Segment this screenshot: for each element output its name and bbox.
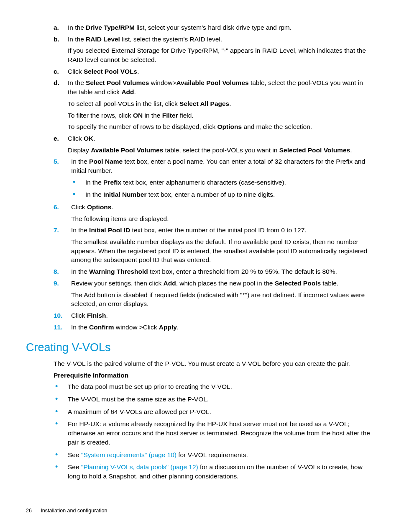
bullet: See "Planning V-VOLs, data pools" (page … <box>54 463 373 481</box>
alpha-list-container: a. In the Drive Type/RPM list, select yo… <box>26 23 373 154</box>
step-6: 6. Click Options. The following items ar… <box>54 203 373 223</box>
text: In the Initial Pool ID text box, enter t… <box>71 226 307 234</box>
numbered-list: 5. In the Pool Name text box, enter a po… <box>26 157 373 332</box>
step-5: 5. In the Pool Name text box, enter a po… <box>54 157 373 199</box>
step-e: e. Click OK. Display Available Pool Volu… <box>54 134 373 154</box>
section-heading-creating-vvols: Creating V-VOLs <box>26 340 373 356</box>
text: In the Select Pool Volumes window>Availa… <box>68 79 363 95</box>
text: Click OK. <box>68 135 95 142</box>
section-intro: The V-VOL is the paired volume of the P-… <box>54 359 373 368</box>
prereq-heading: Prerequisite Information <box>54 371 373 380</box>
text: Review your settings, then click Add, wh… <box>71 280 338 287</box>
marker: 8. <box>54 267 59 276</box>
step-c: c. Click Select Pool VOLs. <box>54 67 373 76</box>
marker: 6. <box>54 203 59 212</box>
step-a: a. In the Drive Type/RPM list, select yo… <box>54 23 373 32</box>
marker: a. <box>54 23 59 32</box>
step-10: 10. Click Finish. <box>54 311 373 320</box>
marker: 5. <box>54 157 59 166</box>
bullet: A maximum of 64 V-VOLs are allowed per P… <box>54 407 373 416</box>
step-9: 9. Review your settings, then click Add,… <box>54 279 373 308</box>
text: In the Pool Name text box, enter a pool … <box>71 158 365 174</box>
step-b: b. In the RAID Level list, select the sy… <box>54 35 373 64</box>
marker: 11. <box>54 323 63 332</box>
bullet: In the Prefix text box, enter alphanumer… <box>71 178 373 187</box>
step-d-p2: To filter the rows, click ON in the Filt… <box>68 111 373 120</box>
bullet: See "System requirements" (page 10) for … <box>54 450 373 460</box>
marker: 10. <box>54 311 63 320</box>
text: Click Options. <box>71 203 113 211</box>
text: In the Drive Type/RPM list, select your … <box>68 24 292 31</box>
step-6-p1: The following items are displayed. <box>71 214 373 224</box>
marker: e. <box>54 134 59 143</box>
footer-title: Installation and configuration <box>41 508 107 514</box>
section-body: The V-VOL is the paired volume of the P-… <box>26 359 373 481</box>
link-system-requirements[interactable]: "System requirements" (page 10) <box>81 451 176 458</box>
step-11: 11. In the Confirm window >Click Apply. <box>54 323 373 332</box>
step-7-p1: The smallest available number displays a… <box>71 237 373 265</box>
step-9-p1: The Add button is disabled if required f… <box>71 290 373 308</box>
text: In the Confirm window >Click Apply. <box>71 324 179 331</box>
bullet: The data pool must be set up prior to cr… <box>54 382 373 391</box>
bullet: The V-VOL must be the same size as the P… <box>54 395 373 404</box>
step-5-bullets: In the Prefix text box, enter alphanumer… <box>71 178 373 199</box>
text: In the Warning Threshold text box, enter… <box>71 268 337 275</box>
step-d-p1: To select all pool-VOLs in the list, cli… <box>68 99 373 108</box>
step-b-note: If you selected External Storage for Dri… <box>68 46 373 64</box>
page-number: 26 <box>26 507 32 515</box>
step-7: 7. In the Initial Pool ID text box, ente… <box>54 226 373 265</box>
marker: d. <box>54 78 59 87</box>
marker: 7. <box>54 226 59 235</box>
text: Click Finish. <box>71 312 108 319</box>
marker: b. <box>54 35 59 44</box>
prereq-bullets: The data pool must be set up prior to cr… <box>54 382 373 481</box>
marker: c. <box>54 67 59 76</box>
text: Click Select Pool VOLs. <box>68 68 139 75</box>
link-planning-vvols[interactable]: "Planning V-VOLs, data pools" (page 12) <box>81 463 198 470</box>
step-8: 8. In the Warning Threshold text box, en… <box>54 267 373 276</box>
step-d: d. In the Select Pool Volumes window>Ava… <box>54 78 373 131</box>
step-d-p3: To specify the number of rows to be disp… <box>68 122 373 131</box>
alpha-list: a. In the Drive Type/RPM list, select yo… <box>54 23 373 154</box>
text: In the RAID Level list, select the syste… <box>68 36 222 43</box>
bullet: In the Initial Number text box, enter a … <box>71 190 373 199</box>
step-e-p1: Display Available Pool Volumes table, se… <box>68 146 373 155</box>
bullet: For HP-UX: a volume already recognized b… <box>54 419 373 447</box>
page-footer: 26 Installation and configuration <box>26 507 107 515</box>
marker: 9. <box>54 279 59 288</box>
